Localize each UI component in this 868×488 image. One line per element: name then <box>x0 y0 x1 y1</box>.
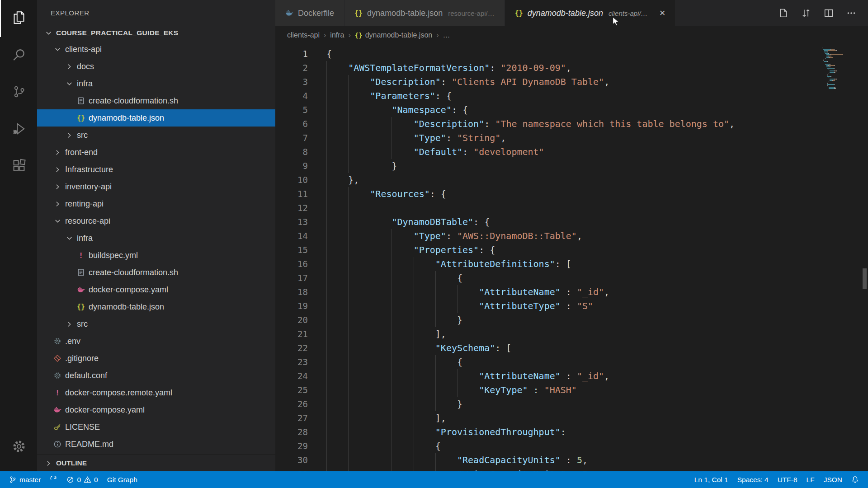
tree-file-readme-md[interactable]: README.md <box>37 436 275 453</box>
tree-file-docker-compose-remote-yaml[interactable]: !docker-compose.remote.yaml <box>37 384 275 401</box>
breadcrumb-item-ellipsis[interactable]: … <box>443 31 450 39</box>
chevron-right-icon <box>63 131 75 140</box>
tree-folder-resource-api[interactable]: resource-api <box>37 212 275 230</box>
tree-folder-renting-api[interactable]: renting-api <box>37 195 275 212</box>
more-actions-icon[interactable] <box>846 8 856 18</box>
minimap[interactable] <box>822 47 860 89</box>
tree-folder-docs[interactable]: docs <box>37 58 275 75</box>
code-line[interactable]: 4"Parameters": { <box>275 89 868 103</box>
tree-folder-src[interactable]: src <box>37 315 275 333</box>
tree-folder-infra[interactable]: infra <box>37 75 275 92</box>
encoding-indicator[interactable]: UTF-8 <box>773 476 802 484</box>
code-line[interactable]: 12 <box>275 201 868 215</box>
tree-folder-infrastructure[interactable]: Infrastructure <box>37 161 275 178</box>
compare-changes-icon[interactable] <box>801 8 811 18</box>
code-line[interactable]: 22"KeySchema": [ <box>275 341 868 355</box>
line-number: 16 <box>275 257 311 271</box>
code-line[interactable]: 18"AttributeName" : "_id", <box>275 285 868 299</box>
branch-indicator[interactable]: master <box>5 476 45 484</box>
tree-file-create-cloudformation-sh[interactable]: create-cloudformation.sh <box>37 92 275 109</box>
tree-folder-inventory-api[interactable]: inventory-api <box>37 178 275 195</box>
code-line[interactable]: 26} <box>275 397 868 411</box>
code-line[interactable]: 29{ <box>275 439 868 453</box>
code-line[interactable]: 17{ <box>275 271 868 285</box>
language-indicator[interactable]: JSON <box>819 476 847 484</box>
activity-settings-button[interactable] <box>0 429 37 466</box>
breadcrumb-item-clients-api[interactable]: clients-api <box>287 31 320 39</box>
tree-file-default-conf[interactable]: default.conf <box>37 367 275 384</box>
tab-dynamodb-table-json-resource-api[interactable]: {}dynamodb-table.jsonresource-api/… <box>344 0 505 26</box>
code-line[interactable]: 24"AttributeName" : "_id", <box>275 369 868 383</box>
tab-dynamodb-table-json-clients-api[interactable]: {}dynamodb-table.jsonclients-api/…× <box>505 0 676 26</box>
close-tab-button[interactable]: × <box>660 8 665 18</box>
gutter-gap <box>311 257 326 271</box>
code-line[interactable]: 9} <box>275 159 868 173</box>
code-line[interactable]: 21], <box>275 327 868 341</box>
code-line[interactable]: 16"AttributeDefinitions": [ <box>275 257 868 271</box>
code-line[interactable]: 8"Default": "development" <box>275 145 868 159</box>
code-line[interactable]: 23{ <box>275 355 868 369</box>
editor[interactable]: 1{2"AWSTemplateFormatVersion": "2010-09-… <box>275 44 868 471</box>
indent-guides <box>326 369 479 383</box>
code-token: , <box>604 369 609 383</box>
activity-source-control-button[interactable] <box>0 74 37 111</box>
code-token: : <box>441 75 452 89</box>
breadcrumb-separator: › <box>348 31 350 39</box>
code-lines: 1{2"AWSTemplateFormatVersion": "2010-09-… <box>275 47 868 471</box>
eol-indicator[interactable]: LF <box>802 476 819 484</box>
code-line[interactable]: 25"KeyType" : "HASH" <box>275 383 868 397</box>
tree-folder-clients-api[interactable]: clients-api <box>37 41 275 58</box>
code-line[interactable]: 13"DynamoDBTable": { <box>275 215 868 229</box>
open-changes-icon[interactable] <box>778 8 788 18</box>
code-line[interactable]: 14"Type": "AWS::DynamoDB::Table", <box>275 229 868 243</box>
notifications-bell[interactable] <box>847 476 863 483</box>
code-line[interactable]: 27], <box>275 411 868 425</box>
tree-file-env[interactable]: .env <box>37 333 275 350</box>
git-graph-button[interactable]: Git Graph <box>103 476 142 484</box>
workspace-section-header[interactable]: COURSE_PRACTICAL_GUIDE_EKS <box>37 25 275 41</box>
code-line[interactable]: 7"Type": "String", <box>275 131 868 145</box>
tree-file-gitignore[interactable]: .gitignore <box>37 350 275 367</box>
breadcrumb-item-dynamodb-table-json[interactable]: {}dynamodb-table.json <box>355 31 432 39</box>
tree-item-label: README.md <box>65 440 113 449</box>
tree-file-docker-compose-yaml[interactable]: docker-compose.yaml <box>37 281 275 298</box>
activity-search-button[interactable] <box>0 37 37 74</box>
code-line[interactable]: 31"WriteCapacityUnits" : 5, <box>275 467 868 471</box>
outline-section-header[interactable]: OUTLINE <box>37 455 275 471</box>
code-line[interactable]: 19"AttributeType" : "S" <box>275 299 868 313</box>
split-editor-icon[interactable] <box>824 8 834 18</box>
code-line[interactable]: 11"Resources": { <box>275 187 868 201</box>
activity-run-debug-button[interactable] <box>0 111 37 148</box>
code-line[interactable]: 30"ReadCapacityUnits" : 5, <box>275 453 868 467</box>
code-line[interactable]: 5"Namespace": { <box>275 103 868 117</box>
tree-folder-src[interactable]: src <box>37 127 275 144</box>
tree-folder-front-end[interactable]: front-end <box>37 144 275 161</box>
code-line[interactable]: 15"Properties": { <box>275 243 868 257</box>
tree-file-dynamodb-table-json[interactable]: {}dynamodb-table.json <box>37 298 275 315</box>
indentation-indicator[interactable]: Spaces: 4 <box>733 476 773 484</box>
tree-file-license[interactable]: LICENSE <box>37 418 275 436</box>
tree-file-create-cloudformation-sh[interactable]: create-cloudformation.sh <box>37 264 275 281</box>
code-line[interactable]: 6"Description": "The namespace which thi… <box>275 117 868 131</box>
code-token: 5 <box>577 453 582 467</box>
tree-file-buildspec-yml[interactable]: !buildspec.yml <box>37 247 275 264</box>
code-line[interactable]: 1{ <box>275 47 868 61</box>
minimap-segment <box>830 76 831 77</box>
tree-folder-infra[interactable]: infra <box>37 230 275 247</box>
code-token: , <box>577 229 582 243</box>
breadcrumb-item-infra[interactable]: infra <box>330 31 344 39</box>
activity-explorer-button[interactable] <box>0 0 37 37</box>
sync-button[interactable] <box>45 476 62 483</box>
cursor-position[interactable]: Ln 1, Col 1 <box>690 476 733 484</box>
problems-indicator[interactable]: 00 <box>62 476 102 484</box>
code-line[interactable]: 28"ProvisionedThroughput": <box>275 425 868 439</box>
scrollbar-thumb[interactable] <box>863 268 867 289</box>
tree-file-docker-compose-yaml[interactable]: docker-compose.yaml <box>37 401 275 418</box>
code-line[interactable]: 3"Description": "Clients API DynamoDB Ta… <box>275 75 868 89</box>
tab-dockerfile[interactable]: Dockerfile <box>275 0 344 26</box>
code-line[interactable]: 2"AWSTemplateFormatVersion": "2010-09-09… <box>275 61 868 75</box>
code-line[interactable]: 20} <box>275 313 868 327</box>
code-line[interactable]: 10}, <box>275 173 868 187</box>
tree-file-dynamodb-table-json[interactable]: {}dynamodb-table.json <box>37 109 275 127</box>
activity-extensions-button[interactable] <box>0 148 37 185</box>
